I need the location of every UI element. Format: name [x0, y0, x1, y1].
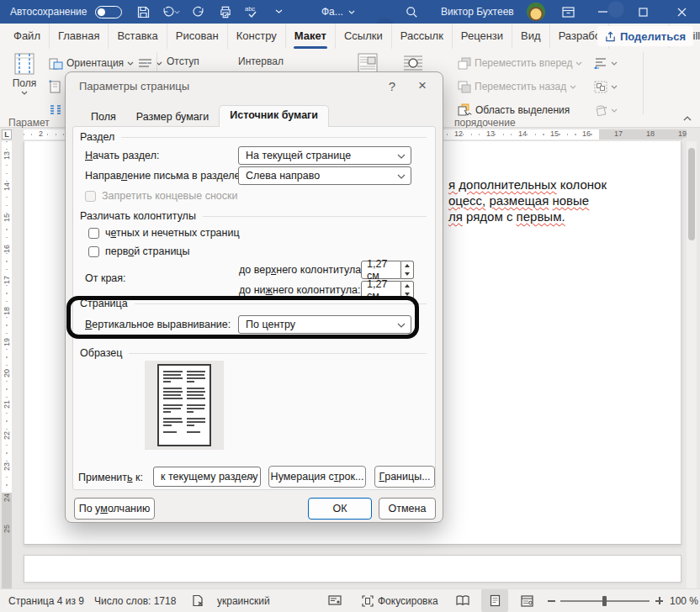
minimize-icon [598, 11, 607, 13]
minimize-button[interactable] [586, 0, 619, 24]
section-group-header: Раздел [80, 131, 427, 143]
tab-stop-selector[interactable]: L [2, 129, 12, 140]
share-button[interactable]: Поделиться [597, 26, 693, 46]
ribbon-tab-row: Файл Главная Вставка Рисован Констру Мак… [0, 24, 700, 49]
page-size-icon [49, 80, 61, 94]
print-layout-button[interactable] [481, 589, 508, 612]
spacing-group-label: Интервал [238, 55, 284, 67]
dialog-tab-paper-source[interactable]: Источник бумаги [219, 105, 329, 127]
dialog-tab-strip: Поля Размер бумаги Источник бумаги [81, 106, 329, 127]
close-button[interactable] [665, 0, 698, 24]
avatar [527, 3, 545, 21]
autosave-toggle[interactable] [95, 0, 122, 24]
display-settings-button[interactable] [328, 589, 342, 612]
tab-references[interactable]: Ссылки [335, 24, 391, 49]
tab-layout[interactable]: Макет [285, 24, 335, 49]
tab-home[interactable]: Главная [49, 24, 108, 49]
print-layout-icon [490, 594, 501, 607]
suppress-endnotes-checkbox: Запретить концевые сноски [85, 190, 237, 202]
borders-button[interactable]: Границы... [374, 466, 435, 488]
odd-even-checkbox[interactable]: четных и нечетных страниц [88, 227, 240, 239]
footer-distance-spinner[interactable]: 1,27 см [361, 281, 414, 299]
document-text-segment: я дополнительных [448, 177, 557, 192]
apply-to-select[interactable]: к текущему разделу [153, 467, 261, 487]
word-count[interactable]: Число слов: 1718 [94, 589, 176, 612]
ruler-number: 24 [3, 493, 11, 502]
language-indicator[interactable]: украинский [217, 589, 270, 612]
spellcheck-button[interactable]: abc [241, 0, 264, 24]
zoom-in-button[interactable] [653, 589, 665, 612]
vertical-scrollbar-thumb[interactable] [688, 148, 695, 240]
search-button[interactable] [400, 0, 422, 24]
next-page-top[interactable] [24, 555, 681, 583]
zoom-slider-thumb[interactable] [602, 596, 607, 606]
margins-button[interactable]: Поля [5, 52, 44, 95]
web-layout-button[interactable] [513, 589, 540, 612]
orientation-icon [49, 56, 63, 71]
document-text-line: оцесс, размещая новые [448, 193, 607, 208]
ruler-number: 16 [582, 129, 591, 138]
document-title[interactable]: Фа... [321, 0, 355, 24]
dialog-close-button[interactable]: × [412, 76, 432, 95]
set-default-button[interactable]: По умолчанию [74, 498, 155, 520]
document-text: я дополнительных колонокоцесс, размещая … [448, 177, 607, 224]
print-preview-button[interactable] [215, 0, 236, 24]
document-text-line: я дополнительных колонок [448, 177, 607, 193]
ribbon-display-options-button[interactable] [555, 0, 581, 24]
zoom-level[interactable]: 100 % [670, 589, 698, 612]
document-text-segment: рядом с [463, 209, 517, 224]
orientation-button[interactable]: Ориентация [49, 54, 134, 72]
cancel-button[interactable]: Отмена [379, 498, 436, 520]
vertical-alignment-select[interactable]: По центру [238, 315, 411, 334]
tab-review[interactable]: Рецензи [452, 24, 512, 49]
ruler-number: 15 [550, 129, 559, 138]
ok-button[interactable]: ОК [308, 498, 372, 520]
dialog-help-button[interactable]: ? [382, 76, 402, 95]
spinner-up-icon[interactable] [401, 261, 413, 270]
group-button[interactable] [594, 77, 618, 96]
direction-select[interactable]: Слева направо [238, 166, 411, 185]
zoom-out-button[interactable] [545, 589, 557, 612]
align-button[interactable] [594, 54, 618, 72]
save-button[interactable] [133, 0, 153, 24]
focus-mode-icon [362, 595, 374, 607]
focus-mode-button[interactable]: Фокусировка [362, 589, 438, 612]
dialog-tab-content: Раздел Начать раздел: На текущей страниц… [72, 126, 436, 490]
first-page-checkbox[interactable]: первой страницы [88, 245, 190, 257]
dialog-tab-margins[interactable]: Поля [81, 108, 126, 127]
ruler-number: 23 [3, 462, 11, 471]
hyphenation-button[interactable] [138, 54, 162, 72]
spellcheck-icon: abc [245, 5, 260, 18]
maximize-button[interactable] [626, 0, 660, 24]
redo-icon [193, 6, 205, 18]
read-mode-button[interactable] [449, 589, 476, 612]
account-avatar[interactable] [523, 0, 549, 24]
line-numbers-button[interactable]: Нумерация строк... [268, 466, 366, 488]
redo-button[interactable] [188, 0, 209, 24]
zoom-slider[interactable] [560, 589, 650, 612]
tab-design[interactable]: Констру [227, 24, 285, 49]
spinner-down-icon[interactable] [401, 270, 413, 278]
tab-mailings[interactable]: Рассылк [391, 24, 452, 49]
proofing-status-button[interactable] [192, 589, 204, 612]
header-distance-spinner[interactable]: 1,27 см [361, 261, 414, 279]
tab-view[interactable]: Вид [512, 24, 549, 49]
tab-file[interactable]: Файл [5, 24, 49, 49]
vertical-ruler[interactable]: 13141516171819202122232425 [2, 141, 12, 588]
header-distance-label: до верхнего колонтитула: [239, 264, 364, 276]
page-indicator[interactable]: Страница 4 из 9 [8, 589, 84, 612]
account-name[interactable]: Виктор Бухтеев [441, 0, 514, 24]
start-section-select[interactable]: На текущей странице [238, 146, 411, 165]
ribbon-collapse-button[interactable] [683, 116, 692, 121]
page-setup-dialog: Параметры страницы ? × Поля Размер бумаг… [65, 71, 443, 523]
more-commands-button[interactable] [269, 0, 288, 24]
chevron-down-icon [397, 154, 406, 159]
footer-distance-label: до нижнего колонтитула: [239, 284, 360, 296]
undo-button[interactable] [159, 0, 183, 24]
tab-draw[interactable]: Рисован [167, 24, 227, 49]
dialog-tab-paper-size[interactable]: Размер бумаги [126, 108, 220, 127]
send-backward-icon [458, 81, 471, 93]
spinner-up-icon[interactable] [401, 282, 413, 290]
page-setup-group-label: Парамет [8, 117, 50, 129]
tab-insert[interactable]: Вставка [108, 24, 166, 49]
